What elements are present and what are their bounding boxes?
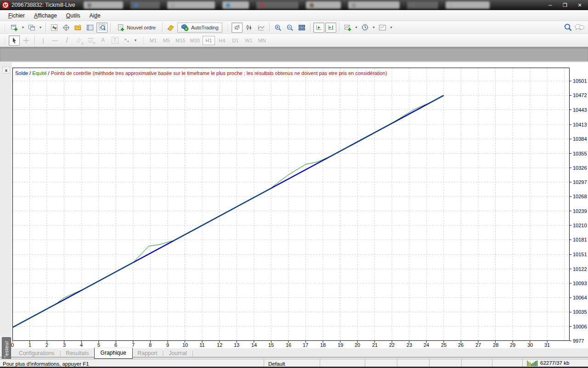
statusbar-empty-cell [462, 359, 492, 367]
blurred-tab-favicon [226, 3, 230, 7]
text-label-button[interactable]: T [109, 35, 120, 46]
autotrading-button[interactable]: AutoTrading [177, 23, 222, 33]
text-tool-icon: A [101, 37, 105, 43]
legend-separator: / [28, 70, 32, 76]
arrows-caret[interactable]: ▾ [133, 35, 138, 46]
x-axis-label: 11 [199, 342, 204, 348]
zoom-out-button[interactable] [284, 23, 295, 33]
blurred-tab-favicon [171, 3, 175, 7]
x-axis-label: 15 [268, 342, 274, 348]
tester-tab-resultats[interactable]: Resultats [61, 349, 94, 358]
menu-aide[interactable]: Aide [85, 11, 105, 21]
traffic-counter: 62277/37 kb [540, 360, 569, 366]
chart-line-button[interactable] [255, 23, 266, 33]
y-axis-label: 10355 [573, 151, 587, 156]
minimize-button[interactable]: ─ [547, 2, 554, 8]
toolbar-separator [310, 23, 311, 32]
timeframe-m30[interactable]: M30 [188, 36, 201, 45]
menu-affichage[interactable]: Affichage [29, 11, 62, 21]
timeframe-mn[interactable]: MN [256, 36, 268, 45]
toolbar-gripper[interactable] [4, 23, 6, 32]
autoscroll-icon [315, 24, 322, 31]
toolbar-gripper[interactable] [227, 23, 228, 32]
crosshair-tool-button[interactable] [21, 35, 32, 46]
indicators-button[interactable] [342, 23, 353, 33]
x-axis-label: 22 [389, 342, 395, 348]
horizontal-line-button[interactable]: — [50, 35, 61, 46]
trendline-button[interactable]: / [62, 35, 73, 46]
fibonacci-button[interactable]: F [85, 35, 96, 46]
tester-tab-graphique[interactable]: Graphique [94, 348, 133, 359]
new-order-button[interactable]: Nouvel ordre [113, 23, 159, 33]
legend-separator: / [47, 70, 51, 76]
tile-windows-button[interactable] [296, 23, 307, 33]
toolbar-gripper[interactable] [142, 36, 144, 45]
cursor-button[interactable] [9, 35, 20, 46]
tester-tab-rapport[interactable]: Rapport [133, 349, 163, 358]
x-axis-label: 14 [251, 342, 257, 348]
indicators-caret[interactable]: ▾ [354, 23, 359, 33]
templates-button[interactable] [377, 23, 388, 33]
strategy-tester-button[interactable] [96, 23, 107, 33]
y-axis-label: 10006 [573, 324, 587, 329]
statusbar-traffic: 62277/37 kb [523, 359, 588, 367]
templates-caret[interactable]: ▾ [389, 23, 394, 33]
statusbar-help-text: Pour plus d'informations, appuyer F1 [0, 359, 264, 367]
vertical-line-button[interactable]: | [38, 35, 49, 46]
search-button[interactable] [562, 23, 573, 33]
toolbar-separator [269, 23, 270, 32]
zoom-in-button[interactable] [272, 23, 283, 33]
navigator-crosshair-button[interactable] [61, 23, 72, 33]
legend-solde: Solde [15, 70, 28, 76]
timeframe-m1[interactable]: M1 [147, 36, 159, 45]
favorites-button[interactable] [73, 23, 84, 33]
timeframe-m15[interactable]: M15 [174, 36, 187, 45]
mt4-logo-icon [2, 1, 9, 9]
candlestick-icon [245, 24, 253, 31]
statusbar-profile[interactable]: Default [264, 359, 320, 367]
timeframe-h1[interactable]: H1 [203, 36, 215, 45]
x-axis-label: 12 [217, 342, 222, 348]
tester-tab-configurations[interactable]: Configurations [14, 349, 59, 358]
maximize-button[interactable]: ❐ [561, 2, 569, 8]
close-button[interactable]: ✕ [576, 2, 583, 8]
x-axis-label: 19 [338, 342, 343, 348]
templates-icon [379, 24, 386, 31]
statusbar-empty-cell [365, 359, 397, 367]
profiles-caret[interactable]: ▾ [38, 23, 43, 33]
statusbar-empty-cell [320, 359, 365, 367]
tester-chart[interactable] [12, 68, 572, 343]
chat-button[interactable] [574, 23, 585, 33]
autotrading-label: AutoTrading [191, 25, 219, 30]
timeframe-d1[interactable]: D1 [229, 36, 242, 45]
terminal-button[interactable] [85, 23, 96, 33]
text-tool-button[interactable]: A [97, 35, 108, 46]
periods-button[interactable] [360, 23, 371, 33]
tester-tab-journal[interactable]: Journal [164, 349, 192, 358]
market-watch-button[interactable] [49, 23, 60, 33]
timeframe-h4[interactable]: H4 [216, 36, 228, 45]
equidistant-channel-button[interactable]: E [74, 35, 85, 46]
arrows-tool-button[interactable] [121, 35, 132, 46]
x-axis-label: 28 [493, 342, 498, 348]
timeframe-w1[interactable]: W1 [243, 36, 255, 45]
chart-candles-button[interactable] [243, 23, 254, 33]
x-axis-label: 17 [303, 342, 308, 348]
tester-close-button[interactable]: x [2, 67, 10, 74]
periods-caret[interactable]: ▾ [371, 23, 377, 33]
market-watch-icon [51, 24, 58, 31]
metaeditor-button[interactable] [165, 23, 176, 33]
profiles-button[interactable] [26, 23, 37, 33]
chart-bars-button[interactable] [232, 23, 243, 33]
menu-outils[interactable]: Outils [62, 11, 85, 21]
new-chart-caret[interactable]: ▾ [20, 23, 26, 33]
menu-fichier[interactable]: Fichier [4, 11, 29, 21]
x-axis-label: 6 [114, 342, 117, 348]
chart-shift-button[interactable] [325, 23, 336, 33]
timeframe-m5[interactable]: M5 [160, 36, 173, 45]
toolbar-gripper[interactable] [4, 36, 6, 45]
new-chart-button[interactable] [9, 23, 20, 33]
autoscroll-button[interactable] [313, 23, 324, 33]
blurred-tab-favicon [310, 3, 314, 7]
blurred-background-tab [84, 1, 123, 9]
